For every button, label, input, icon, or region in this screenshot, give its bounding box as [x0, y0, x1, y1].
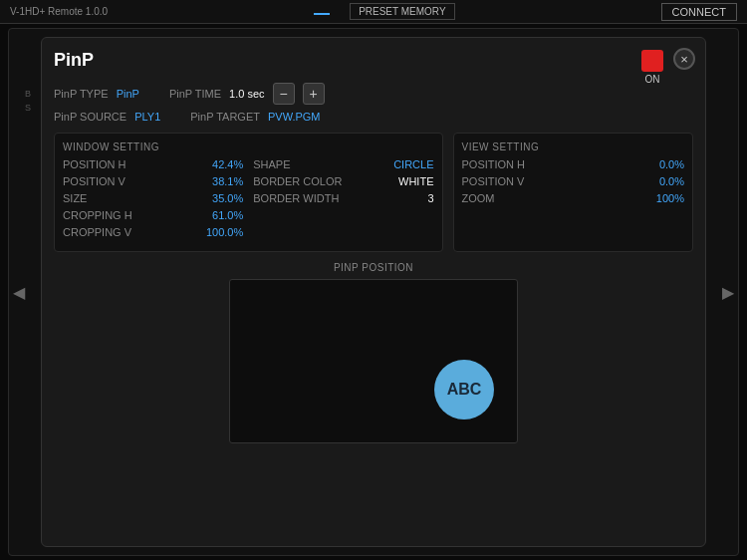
- shape-label: SHAPE: [253, 158, 290, 170]
- top-bar-center: PRESET MEMORY: [314, 3, 454, 20]
- view-position-v-label: POSITION V: [462, 175, 525, 187]
- pinp-target-label: PinP TARGET: [190, 111, 260, 123]
- border-color-row: BORDER COLOR WHITE: [253, 175, 433, 187]
- window-setting-title: WINDOW SETTING: [63, 141, 434, 152]
- pinp-time-label: PinP TIME: [169, 88, 221, 100]
- outer-container: ◀ ▶ B S PinP × ON PinP TYPE PinP: [8, 28, 739, 556]
- position-v-value[interactable]: 38.1%: [203, 175, 243, 187]
- view-setting-panel: VIEW SETTING POSITION H 0.0% POSITION V …: [453, 133, 694, 252]
- top-bar: V-1HD+ Remote 1.0.0 PRESET MEMORY CONNEC…: [0, 0, 747, 24]
- view-position-v-row: POSITION V 0.0%: [462, 175, 685, 187]
- position-h-row: POSITION H 42.4%: [63, 158, 243, 170]
- pinp-time-minus[interactable]: −: [273, 83, 295, 105]
- connect-button[interactable]: CONNECT: [661, 3, 737, 21]
- view-zoom-row: ZOOM 100%: [462, 192, 685, 204]
- shape-value[interactable]: CIRCLE: [393, 158, 433, 170]
- cropping-v-label: CROPPING V: [63, 226, 131, 238]
- border-width-row: BORDER WIDTH 3: [253, 192, 433, 204]
- border-color-label: BORDER COLOR: [253, 175, 342, 187]
- cropping-h-value[interactable]: 61.0%: [203, 209, 243, 221]
- cropping-h-row: CROPPING H 61.0%: [63, 209, 243, 221]
- on-label: ON: [645, 74, 660, 85]
- view-position-v-value[interactable]: 0.0%: [644, 175, 684, 187]
- pinp-dialog: PinP × ON PinP TYPE PinP PinP TIME 1.0 s…: [41, 37, 706, 547]
- on-led[interactable]: [641, 50, 663, 72]
- view-position-h-row: POSITION H 0.0%: [462, 158, 685, 170]
- position-v-row: POSITION V 38.1%: [63, 175, 243, 187]
- on-indicator: ON: [641, 50, 663, 85]
- size-value[interactable]: 35.0%: [203, 192, 243, 204]
- app-title: V-1HD+ Remote 1.0.0: [10, 6, 108, 17]
- panels-row: WINDOW SETTING POSITION H 42.4% POSITION…: [54, 133, 693, 252]
- right-arrow[interactable]: ▶: [718, 275, 738, 310]
- position-box[interactable]: ABC: [229, 279, 518, 443]
- abc-circle: ABC: [434, 360, 494, 420]
- dialog-title: PinP: [54, 50, 94, 71]
- close-button[interactable]: ×: [673, 48, 695, 70]
- size-label: SIZE: [63, 192, 87, 204]
- view-setting-title: VIEW SETTING: [462, 141, 685, 152]
- view-zoom-value[interactable]: 100%: [644, 192, 684, 204]
- view-zoom-label: ZOOM: [462, 192, 495, 204]
- pinp-source-value[interactable]: PLY1: [134, 111, 160, 123]
- preset-memory-btn[interactable]: PRESET MEMORY: [350, 3, 454, 20]
- size-row: SIZE 35.0%: [63, 192, 243, 204]
- sidebar-s: S: [17, 103, 39, 113]
- cropping-v-row: CROPPING V 100.0%: [63, 226, 243, 238]
- border-width-label: BORDER WIDTH: [253, 192, 339, 204]
- pinp-target-group: PinP TARGET PVW.PGM: [190, 111, 320, 123]
- close-button-area: ×: [673, 48, 695, 70]
- view-position-h-label: POSITION H: [462, 158, 526, 170]
- window-col-right: SHAPE CIRCLE BORDER COLOR WHITE BORDER W…: [253, 158, 433, 243]
- border-color-value[interactable]: WHITE: [398, 175, 433, 187]
- position-v-label: POSITION V: [63, 175, 125, 187]
- view-position-h-value[interactable]: 0.0%: [644, 158, 684, 170]
- window-setting-panel: WINDOW SETTING POSITION H 42.4% POSITION…: [54, 133, 443, 252]
- shape-row: SHAPE CIRCLE: [253, 158, 433, 170]
- active-tab: [314, 9, 330, 15]
- pinp-source-group: PinP SOURCE PLY1: [54, 111, 160, 123]
- pinp-type-label: PinP TYPE: [54, 88, 109, 100]
- pinp-source-label: PinP SOURCE: [54, 111, 126, 123]
- pinp-type-group: PinP TYPE PinP: [54, 88, 139, 100]
- sidebar-b: B: [17, 89, 39, 99]
- window-col-left: POSITION H 42.4% POSITION V 38.1% SIZE 3…: [63, 158, 243, 243]
- pinp-time-plus[interactable]: +: [303, 83, 325, 105]
- dialog-header: PinP: [54, 50, 693, 71]
- left-arrow[interactable]: ◀: [9, 275, 29, 310]
- pinp-time-group: PinP TIME 1.0 sec − +: [169, 83, 325, 105]
- abc-label: ABC: [447, 381, 482, 399]
- window-cols: POSITION H 42.4% POSITION V 38.1% SIZE 3…: [63, 158, 434, 243]
- source-target-row: PinP SOURCE PLY1 PinP TARGET PVW.PGM: [54, 111, 693, 123]
- pinp-type-value[interactable]: PinP: [117, 88, 139, 100]
- cropping-v-value[interactable]: 100.0%: [203, 226, 243, 238]
- position-section: PinP POSITION ABC: [54, 262, 693, 443]
- sidebar-strip: B S: [17, 89, 39, 113]
- top-controls-row: PinP TYPE PinP PinP TIME 1.0 sec − +: [54, 83, 693, 105]
- position-section-title: PinP POSITION: [54, 262, 693, 273]
- pinp-target-value[interactable]: PVW.PGM: [268, 111, 321, 123]
- position-h-label: POSITION H: [63, 158, 126, 170]
- cropping-h-label: CROPPING H: [63, 209, 132, 221]
- pinp-time-value: 1.0 sec: [229, 88, 264, 100]
- position-h-value[interactable]: 42.4%: [203, 158, 243, 170]
- border-width-value[interactable]: 3: [427, 192, 433, 204]
